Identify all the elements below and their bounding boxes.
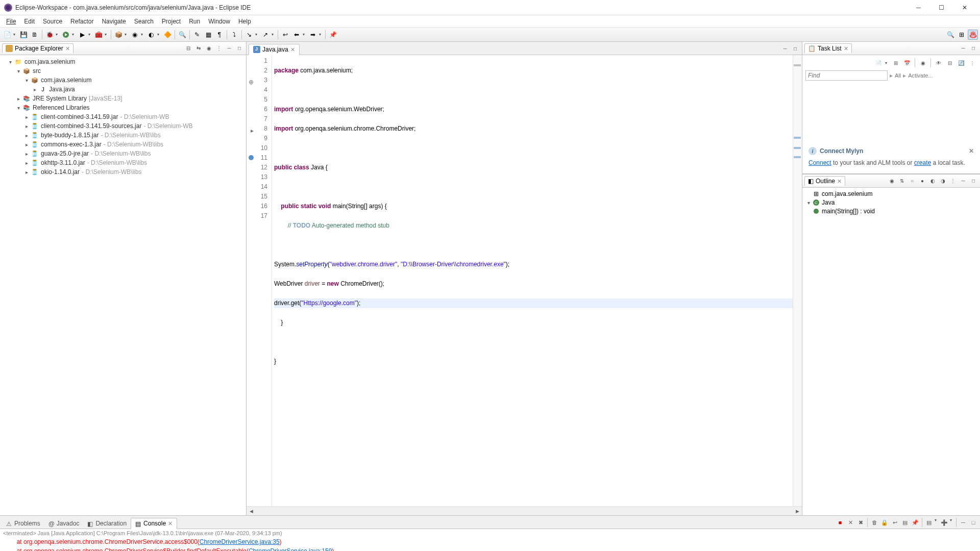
tree-node[interactable]: ▸🫙okio-1.14.0.jar - D:\Selenium-WB\libs	[2, 167, 244, 177]
tasklist-tab[interactable]: 📋 Task List ✕	[804, 43, 852, 53]
menu-navigate[interactable]: Navigate	[97, 17, 130, 26]
code-area[interactable]: package com.java.selenium; import org.op…	[272, 55, 802, 506]
close-icon[interactable]: ✕	[837, 178, 842, 185]
next-annotation-button[interactable]: ↘	[244, 30, 254, 40]
run-marker-icon[interactable]: ▸	[249, 126, 254, 131]
tree-toggle-icon[interactable]: ▸	[31, 85, 39, 93]
ext-tools-button[interactable]: 🧰	[93, 30, 104, 40]
minimize-view-button[interactable]: ─	[225, 44, 234, 53]
skip-breakpoints-button[interactable]: ⤵	[229, 30, 239, 40]
view-menu-button[interactable]: ⋮	[968, 58, 977, 67]
mylyn-connect-link[interactable]: Connect	[808, 159, 831, 166]
outline-method[interactable]: main(String[]) : void	[804, 207, 978, 215]
save-all-button[interactable]: 🗎	[30, 30, 40, 40]
remove-launch-button[interactable]: ✕	[846, 518, 855, 527]
access-button[interactable]: 🔍	[945, 30, 955, 40]
tree-toggle-icon[interactable]: ▸	[22, 168, 31, 176]
stacktrace-link[interactable]: ChromeDriverService.java:159	[249, 547, 332, 551]
tree-node[interactable]: ▾📚Referenced Libraries	[2, 103, 244, 112]
tasklist-find-input[interactable]	[805, 70, 888, 81]
categorized-button[interactable]: ⊞	[891, 58, 900, 67]
last-edit-button[interactable]: ↩	[280, 30, 290, 40]
tab-declaration[interactable]: ◧Declaration	[83, 518, 131, 529]
new-class-button[interactable]: ◐	[146, 30, 156, 40]
pin-console-button[interactable]: 📌	[911, 518, 920, 527]
outline-tree[interactable]: ⊞ com.java.selenium ▾ C Java main(String…	[802, 188, 980, 217]
sync-button[interactable]: 🔄	[957, 58, 966, 67]
tree-toggle-icon[interactable]: ▸	[14, 94, 22, 103]
new-button[interactable]: 📄	[2, 30, 12, 40]
java-perspective-button[interactable]: ♨️	[968, 30, 978, 40]
tree-node[interactable]: ▸🫙client-combined-3.141.59.jar - D:\Sele…	[2, 112, 244, 121]
view-menu-button[interactable]: ⋮	[948, 177, 958, 186]
minimize-button[interactable]: ─	[907, 0, 930, 15]
tree-node[interactable]: ▸🫙commons-exec-1.3.jar - D:\Selenium-WB\…	[2, 140, 244, 149]
outline-class[interactable]: ▾ C Java	[804, 198, 978, 207]
link-editor-button[interactable]: ⇆	[194, 44, 203, 53]
toggle-mark-button[interactable]: ✎	[192, 30, 202, 40]
terminate-button[interactable]: ■	[836, 518, 845, 527]
collapse-all-button[interactable]: ⊟	[184, 44, 193, 53]
forward-button[interactable]: ➡	[308, 30, 318, 40]
clear-console-button[interactable]: 🗑	[870, 518, 879, 527]
display-selected-button[interactable]: ▤	[924, 518, 934, 527]
focus-task-button[interactable]: ◉	[204, 44, 213, 53]
hide-fields-button[interactable]: ○	[908, 177, 917, 186]
editor-hscroll[interactable]: ◀ ▶	[247, 506, 802, 515]
tree-node[interactable]: ▸🫙okhttp-3.11.0.jar - D:\Selenium-WB\lib…	[2, 158, 244, 167]
maximize-view-button[interactable]: □	[969, 177, 978, 186]
tree-toggle-icon[interactable]: ▸	[22, 140, 31, 148]
focus-button[interactable]: ◉	[887, 177, 896, 186]
hide-button[interactable]: 👁	[934, 58, 943, 67]
pin-button[interactable]: 📌	[328, 30, 338, 40]
new-task-button[interactable]: 📄	[874, 58, 883, 67]
menu-edit[interactable]: Edit	[20, 17, 39, 26]
tree-node[interactable]: ▸📚JRE System Library[JavaSE-13]	[2, 94, 244, 103]
tree-toggle-icon[interactable]: ▾	[22, 76, 31, 84]
scroll-lock-button[interactable]: 🔒	[880, 518, 889, 527]
close-icon[interactable]: ✕	[65, 45, 70, 52]
menu-refactor[interactable]: Refactor	[66, 17, 97, 26]
coverage-button[interactable]: ▶	[77, 30, 87, 40]
menu-help[interactable]: Help	[234, 17, 255, 26]
search-button[interactable]: 🔍	[177, 30, 187, 40]
menu-project[interactable]: Project	[158, 17, 185, 26]
menu-search[interactable]: Search	[130, 17, 158, 26]
outline-tab[interactable]: ◧ Outline ✕	[804, 176, 845, 186]
close-icon[interactable]: ✕	[844, 45, 848, 52]
maximize-view-button[interactable]: □	[969, 44, 978, 53]
tree-toggle-icon[interactable]: ▾	[6, 58, 14, 66]
remove-all-button[interactable]: ✖	[856, 518, 865, 527]
toggle-block-button[interactable]: ▦	[203, 30, 213, 40]
package-tree[interactable]: ▾📁com.java.selenium▾📦src▾📦com.java.selen…	[0, 55, 246, 515]
tree-node[interactable]: ▸🫙byte-buddy-1.8.15.jar - D:\Selenium-WB…	[2, 131, 244, 140]
fold-icon[interactable]: ⊕	[249, 78, 254, 83]
minimize-view-button[interactable]: ─	[959, 518, 968, 527]
open-console-button[interactable]: ➕	[940, 518, 949, 527]
tree-toggle-icon[interactable]: ▾	[14, 67, 22, 75]
console-body[interactable]: at org.openqa.selenium.chrome.ChromeDriv…	[0, 537, 980, 551]
tree-node[interactable]: ▾📦com.java.selenium	[2, 76, 244, 85]
save-button[interactable]: 💾	[18, 30, 29, 40]
menu-source[interactable]: Source	[39, 17, 66, 26]
overview-ruler[interactable]	[793, 55, 802, 506]
close-mylyn-icon[interactable]: ✕	[969, 147, 974, 155]
tree-node[interactable]: ▸JJava.java	[2, 85, 244, 94]
tree-toggle-icon[interactable]: ▾	[14, 104, 22, 112]
menu-run[interactable]: Run	[185, 17, 204, 26]
run-button[interactable]	[61, 30, 71, 40]
stacktrace-link[interactable]: ChromeDriverService.java:35	[200, 538, 280, 545]
maximize-view-button[interactable]: □	[235, 44, 244, 53]
tree-toggle-icon[interactable]: ▸	[22, 131, 31, 139]
editor-body[interactable]: 1 2 ⊕3 4 5 6 7 ▸8 9 10 11 12 13 14 15 16…	[247, 55, 802, 506]
collapse-button[interactable]: ⊟	[945, 58, 954, 67]
tree-toggle-icon[interactable]: ▸	[22, 149, 31, 158]
scheduled-button[interactable]: 📅	[902, 58, 912, 67]
menu-window[interactable]: Window	[204, 17, 234, 26]
maximize-editor-button[interactable]: □	[791, 44, 800, 53]
tree-node[interactable]: ▸🫙guava-25.0-jre.jar - D:\Selenium-WB\li…	[2, 149, 244, 158]
show-console-button[interactable]: ▤	[900, 518, 910, 527]
minimize-view-button[interactable]: ─	[959, 177, 968, 186]
tree-toggle-icon[interactable]: ▸	[22, 159, 31, 167]
tree-node[interactable]: ▸🫙client-combined-3.141.59-sources.jar -…	[2, 121, 244, 131]
